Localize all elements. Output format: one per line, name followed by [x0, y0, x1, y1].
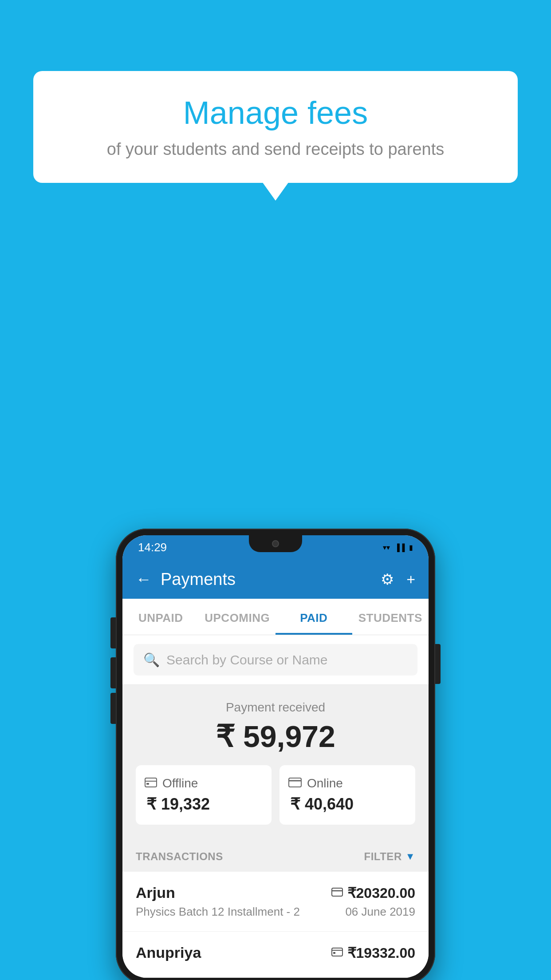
transaction-payment-icon-arjun — [331, 887, 343, 899]
offline-payment-card: Offline ₹ 19,332 — [136, 765, 272, 825]
online-payment-card: Online ₹ 40,640 — [279, 765, 415, 825]
transaction-list: Arjun ₹20320.00 Physics — [122, 872, 429, 978]
phone-container: 14:29 ▾▾ ▐▐ ▮ ← Payments ⚙ + UNPAID UP — [116, 529, 435, 980]
svg-rect-9 — [333, 952, 335, 954]
tab-unpaid[interactable]: UNPAID — [122, 599, 199, 635]
filter-label: FILTER — [364, 850, 402, 863]
notch — [249, 535, 302, 552]
back-button[interactable]: ← — [136, 570, 152, 589]
offline-label: Offline — [162, 776, 198, 790]
status-time: 14:29 — [138, 541, 167, 554]
camera-dot — [272, 540, 279, 547]
search-container: 🔍 Search by Course or Name — [122, 635, 429, 685]
table-row[interactable]: Anupriya ₹19332.00 — [122, 932, 429, 978]
transaction-date-arjun: 06 June 2019 — [345, 905, 415, 919]
svg-rect-5 — [332, 888, 342, 896]
offline-card-header: Offline — [145, 776, 263, 790]
wifi-icon: ▾▾ — [383, 543, 390, 552]
bubble-subtitle: of your students and send receipts to pa… — [60, 138, 491, 160]
offline-amount: ₹ 19,332 — [145, 795, 263, 814]
offline-payment-icon — [145, 777, 157, 790]
app-bar-actions: ⚙ + — [381, 570, 415, 588]
tabs-bar: UNPAID UPCOMING PAID STUDENTS — [122, 599, 429, 635]
online-payment-icon — [288, 777, 302, 790]
filter-button[interactable]: FILTER ▼ — [364, 850, 416, 863]
transaction-amount-anupriya: ₹19332.00 — [347, 944, 415, 961]
transaction-amount-container-anupriya: ₹19332.00 — [331, 944, 415, 961]
add-button[interactable]: + — [406, 571, 415, 588]
svg-rect-0 — [145, 778, 157, 787]
payment-total-amount: ₹ 59,972 — [136, 719, 415, 754]
signal-icon: ▐▐ — [394, 544, 405, 552]
app-bar: ← Payments ⚙ + — [122, 560, 429, 599]
search-input-wrapper[interactable]: 🔍 Search by Course or Name — [134, 644, 417, 676]
transaction-course-arjun: Physics Batch 12 Installment - 2 — [136, 905, 300, 919]
status-icons: ▾▾ ▐▐ ▮ — [383, 543, 413, 552]
transaction-row-top-anupriya: Anupriya ₹19332.00 — [136, 944, 415, 961]
speech-bubble-container: Manage fees of your students and send re… — [33, 71, 518, 183]
tab-upcoming[interactable]: UPCOMING — [199, 599, 276, 635]
settings-button[interactable]: ⚙ — [381, 570, 394, 588]
transaction-row-top-arjun: Arjun ₹20320.00 — [136, 884, 415, 901]
transaction-payment-icon-anupriya — [331, 947, 343, 959]
payment-summary: Payment received ₹ 59,972 — [122, 685, 429, 838]
online-label: Online — [307, 776, 343, 790]
payment-cards: Offline ₹ 19,332 — [136, 765, 415, 825]
transaction-amount-arjun: ₹20320.00 — [347, 885, 415, 901]
bubble-title: Manage fees — [60, 95, 491, 130]
svg-rect-3 — [289, 778, 301, 787]
speech-bubble: Manage fees of your students and send re… — [33, 71, 518, 183]
payment-received-label: Payment received — [136, 700, 415, 715]
transaction-row-bottom-arjun: Physics Batch 12 Installment - 2 06 June… — [136, 905, 415, 919]
svg-rect-2 — [146, 783, 149, 785]
tab-paid[interactable]: PAID — [276, 599, 352, 635]
status-bar: 14:29 ▾▾ ▐▐ ▮ — [122, 535, 429, 560]
search-icon: 🔍 — [143, 652, 160, 668]
transaction-amount-container-arjun: ₹20320.00 — [331, 885, 415, 901]
app-bar-title: Payments — [161, 570, 381, 589]
filter-icon: ▼ — [405, 851, 415, 862]
transaction-name-anupriya: Anupriya — [136, 944, 201, 961]
phone-screen: 14:29 ▾▾ ▐▐ ▮ ← Payments ⚙ + UNPAID UP — [122, 535, 429, 978]
search-input[interactable]: Search by Course or Name — [166, 652, 328, 668]
online-amount: ₹ 40,640 — [288, 795, 406, 814]
svg-rect-7 — [332, 948, 342, 956]
online-card-header: Online — [288, 776, 406, 790]
phone-outer: 14:29 ▾▾ ▐▐ ▮ ← Payments ⚙ + UNPAID UP — [116, 529, 435, 980]
transactions-header: TRANSACTIONS FILTER ▼ — [122, 838, 429, 872]
tab-students[interactable]: STUDENTS — [352, 599, 429, 635]
battery-icon: ▮ — [409, 543, 413, 552]
table-row[interactable]: Arjun ₹20320.00 Physics — [122, 872, 429, 932]
transaction-name-arjun: Arjun — [136, 884, 175, 901]
transactions-label: TRANSACTIONS — [136, 850, 223, 863]
